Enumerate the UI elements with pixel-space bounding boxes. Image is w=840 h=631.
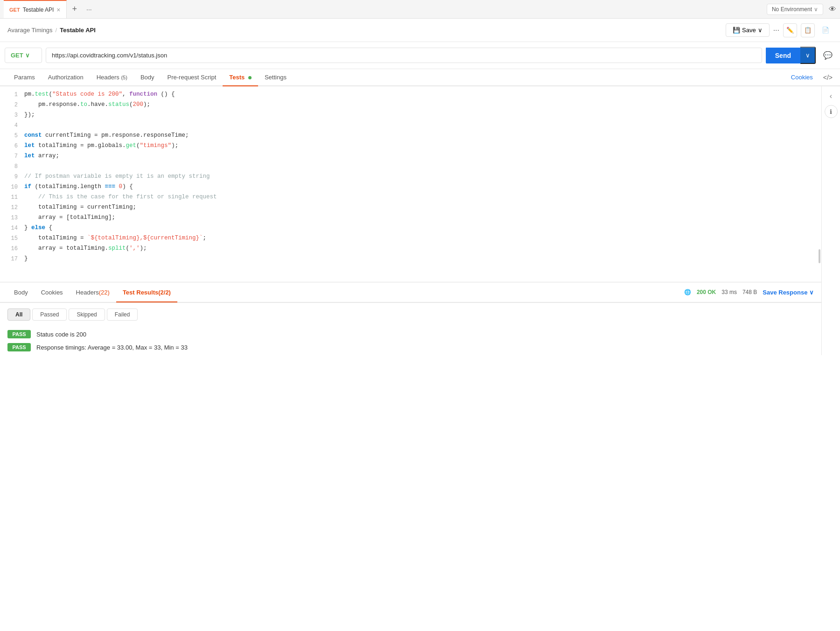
res-tab-body[interactable]: Body <box>7 283 35 302</box>
res-tab-headers[interactable]: Headers (22) <box>70 283 116 302</box>
test-label-2: Response timings: Average = 33.00, Max =… <box>36 344 188 351</box>
code-line-1: 1 pm.test("Status code is 200", function… <box>0 91 821 101</box>
scrollbar[interactable] <box>819 249 820 263</box>
filter-all[interactable]: All <box>7 308 30 321</box>
collapse-panel-icon[interactable]: ‹ <box>830 92 832 100</box>
tab-params[interactable]: Params <box>7 69 42 86</box>
save-button[interactable]: 💾 Save ∨ <box>726 23 770 37</box>
code-line-8: 8 <box>0 163 821 173</box>
code-line-6: 6 let totalTiming = pm.globals.get("timi… <box>0 142 821 153</box>
breadcrumb-current: Testable API <box>60 27 96 34</box>
filter-passed[interactable]: Passed <box>32 308 67 321</box>
status-globe-icon: 🌐 <box>684 289 691 295</box>
right-side-panel: ‹ ℹ <box>821 86 840 355</box>
code-icon[interactable]: </> <box>823 74 833 81</box>
code-line-15: 15 totalTiming = `${totalTiming},${curre… <box>0 235 821 245</box>
response-tabs: Body Cookies Headers (22) Test Results (… <box>0 282 821 303</box>
save-floppy-icon: 💾 <box>733 27 740 34</box>
code-line-12: 12 totalTiming = currentTiming; <box>0 204 821 214</box>
method-label: GET <box>11 52 23 59</box>
res-tab-cookies[interactable]: Cookies <box>35 283 70 302</box>
code-line-2: 2 pm.response.to.have.status(200); <box>0 101 821 112</box>
save-response-button[interactable]: Save Response ∨ <box>763 289 814 296</box>
tab-body[interactable]: Body <box>134 69 161 86</box>
breadcrumb-separator: / <box>56 27 57 34</box>
test-row-2: PASS Response timings: Average = 33.00, … <box>7 343 814 351</box>
send-chevron-button[interactable]: ∨ <box>800 47 816 64</box>
test-row-1: PASS Status code is 200 <box>7 330 814 338</box>
code-line-4: 4 <box>0 122 821 132</box>
environment-selector[interactable]: No Environment ∨ <box>767 4 823 15</box>
tab-bar: GET Testable API × + ··· No Environment … <box>0 0 840 19</box>
status-size: 748 B <box>742 289 757 295</box>
code-line-7: 7 let array; <box>0 153 821 163</box>
response-area: Body Cookies Headers (22) Test Results (… <box>0 282 821 355</box>
filter-skipped[interactable]: Skipped <box>69 308 105 321</box>
filter-tabs: All Passed Skipped Failed <box>0 303 821 326</box>
tab-pre-request-script[interactable]: Pre-request Script <box>161 69 223 86</box>
breadcrumb: Avarage Timings / Testable API <box>7 27 96 34</box>
code-line-13: 13 array = [totalTiming]; <box>0 214 821 224</box>
tab-name: Testable API <box>23 7 54 13</box>
code-line-14: 14 } else { <box>0 224 821 235</box>
content-area: 1 pm.test("Status code is 200", function… <box>0 86 821 355</box>
method-selector[interactable]: GET ∨ <box>5 48 42 63</box>
doc-icon[interactable]: 📄 <box>819 23 833 37</box>
send-button-group[interactable]: Send ∨ <box>766 47 816 64</box>
save-label: Save <box>742 27 756 34</box>
send-main-button[interactable]: Send <box>766 48 800 63</box>
filter-failed[interactable]: Failed <box>107 308 138 321</box>
pass-badge-2: PASS <box>7 343 31 351</box>
status-time: 33 ms <box>721 289 737 295</box>
breadcrumb-parent[interactable]: Avarage Timings <box>7 27 53 34</box>
toolbar-more-icon[interactable]: ··· <box>773 26 779 35</box>
url-bar: GET ∨ Send ∨ 💬 <box>0 42 840 69</box>
tab-settings[interactable]: Settings <box>258 69 293 86</box>
method-chevron-icon: ∨ <box>25 52 30 59</box>
code-line-9: 9 // If postman variable is empty it is … <box>0 173 821 183</box>
res-tab-test-results[interactable]: Test Results (2/2) <box>116 283 177 302</box>
code-line-11: 11 // This is the case for the first or … <box>0 194 821 204</box>
add-tab-icon[interactable]: + <box>67 4 83 14</box>
env-chevron-icon: ∨ <box>814 6 818 13</box>
test-results-list: PASS Status code is 200 PASS Response ti… <box>0 326 821 355</box>
code-line-3: 3 }); <box>0 112 821 122</box>
eye-icon[interactable]: 👁 <box>829 5 836 14</box>
tab-headers[interactable]: Headers (5) <box>90 69 134 86</box>
info-icon[interactable]: ℹ <box>825 105 838 118</box>
tab-tests[interactable]: Tests <box>223 69 258 86</box>
cookies-link[interactable]: Cookies <box>784 69 819 86</box>
env-label: No Environment <box>772 6 812 13</box>
code-line-17: 17 } <box>0 255 821 266</box>
code-line-16: 16 array = totalTiming.split(','); <box>0 245 821 255</box>
comment-icon[interactable]: 💬 <box>823 51 833 60</box>
save-chevron-icon: ∨ <box>758 27 763 34</box>
code-editor[interactable]: 1 pm.test("Status code is 200", function… <box>0 86 821 282</box>
edit-icon[interactable]: ✏️ <box>783 23 797 37</box>
tab-authorization[interactable]: Authorization <box>42 69 90 86</box>
breadcrumb-actions: 💾 Save ∨ ··· ✏️ 📋 📄 <box>726 23 833 37</box>
test-label-1: Status code is 200 <box>36 331 86 338</box>
request-tabs: Params Authorization Headers (5) Body Pr… <box>0 69 840 86</box>
tab-more-icon[interactable]: ··· <box>83 6 96 13</box>
active-tab[interactable]: GET Testable API × <box>4 0 67 18</box>
main-layout: 1 pm.test("Status code is 200", function… <box>0 86 840 355</box>
close-tab-icon[interactable]: × <box>56 6 60 14</box>
code-line-5: 5 const currentTiming = pm.response.resp… <box>0 132 821 142</box>
pass-badge-1: PASS <box>7 330 31 338</box>
status-code: 200 OK <box>697 289 716 295</box>
response-status: 🌐 200 OK 33 ms 748 B Save Response ∨ <box>684 289 814 296</box>
url-input[interactable] <box>46 48 762 63</box>
breadcrumb-bar: Avarage Timings / Testable API 💾 Save ∨ … <box>0 19 840 42</box>
code-line-10: 10 if (totalTiming.length === 0) { <box>0 183 821 194</box>
description-icon[interactable]: 📋 <box>801 23 815 37</box>
tab-method: GET <box>9 7 20 13</box>
